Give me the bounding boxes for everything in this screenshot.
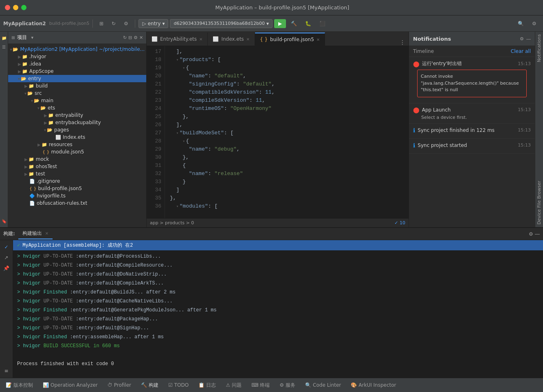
info-icon-2: ℹ	[413, 142, 415, 149]
tree-item-main[interactable]: ▾ 📂 main	[8, 97, 146, 104]
notification-item-4[interactable]: ℹ Sync project started 15:13	[409, 139, 535, 154]
build-output-tab[interactable]: 构建输出 ✕	[18, 228, 53, 239]
code-content[interactable]: ], ▾"products": [ ▾{ "name": "default", …	[165, 46, 409, 218]
tree-item-entry[interactable]: ▾ 📂 entry	[8, 75, 146, 82]
bookmarks-icon[interactable]: 🔖	[0, 217, 8, 225]
tree-toggle-icon[interactable]: ⊞	[11, 35, 15, 40]
status-service[interactable]: ⚙ 服务	[277, 381, 298, 390]
build-scroll-icon[interactable]: ≡	[2, 366, 11, 375]
tree-item-index-ets[interactable]: ⬜ Index.ets	[8, 134, 146, 141]
tree-item-src[interactable]: ▾ 📂 src	[8, 90, 146, 97]
fold-arrow-src: ▾	[24, 91, 26, 96]
notification-item-2[interactable]: ⬤ App Launch 15:13 Select a device first…	[409, 103, 535, 124]
device-file-browser-tab-vertical[interactable]: Device File Browser	[536, 178, 543, 227]
device-dropdown[interactable]: d629034339413535311096ba68d12b00 ▾	[170, 19, 273, 28]
status-terminal[interactable]: ⌨ 终端	[249, 381, 272, 390]
notifications-tab-vertical[interactable]: Notifications	[536, 32, 543, 65]
clear-all-button[interactable]: Clear all	[511, 48, 531, 54]
status-log[interactable]: 📋 日志	[196, 381, 218, 390]
tree-item-test[interactable]: ▶ 📁 test	[8, 170, 146, 177]
tree-item-module-json5[interactable]: { } module.json5	[8, 148, 146, 155]
build-output-tab-close[interactable]: ✕	[45, 231, 48, 236]
tree-item-entryability[interactable]: ▶ 📁 entryability	[8, 112, 146, 119]
status-arkui-inspector[interactable]: 🎨 ArkUI Inspector	[348, 381, 398, 389]
debug-button[interactable]: 🐛	[302, 19, 314, 28]
settings-gear-btn[interactable]: ⚙	[529, 19, 540, 28]
tab-entryability-close[interactable]: ✕	[199, 37, 202, 42]
search-button[interactable]: 🔍	[514, 19, 527, 28]
tree-item-mock[interactable]: ▶ 📁 mock	[8, 155, 146, 163]
profiler-icon: ⏱	[108, 382, 112, 388]
bottom-settings-btn[interactable]: ⚙	[529, 231, 533, 237]
build-line-blank2	[13, 368, 543, 377]
status-build[interactable]: 🔨 构建	[138, 381, 161, 390]
tree-item-entrybackupability[interactable]: ▶ 📁 entrybackupability	[8, 119, 146, 126]
tree-item-resources[interactable]: ▶ 📁 resources	[8, 141, 146, 148]
entrybackupability-folder-icon: 📁	[48, 120, 54, 125]
notifications-settings-btn[interactable]: ⚙	[520, 36, 524, 42]
status-version-control[interactable]: 📝 版本控制	[3, 381, 35, 390]
tab-build-profile[interactable]: { } build-profile.json5 ✕	[255, 33, 325, 46]
tree-item-ohostest[interactable]: ▶ 📁 ohosTest	[8, 163, 146, 170]
tree-item-idea[interactable]: ▶ 📁 .idea	[8, 60, 146, 68]
stop-button[interactable]: ⬛	[316, 19, 329, 28]
build-selected-item[interactable]: ✓ MyApplication [assembleHap]: 成功的 在2	[13, 240, 543, 250]
project-view-btn[interactable]: ⊞	[96, 19, 107, 28]
tab-index[interactable]: ⬜ Index.ets ✕	[208, 33, 255, 46]
maximize-button[interactable]	[21, 5, 26, 10]
tree-item-gitignore[interactable]: 📄 .gitignore	[8, 177, 146, 185]
hvigor-folder-icon: 📁	[22, 54, 28, 59]
project-icon[interactable]: 📁	[0, 34, 8, 42]
code-line-25: },	[170, 113, 409, 121]
structure-icon[interactable]: ☰	[0, 43, 8, 50]
build-pin-icon[interactable]: 📌	[2, 264, 11, 273]
tree-item-build[interactable]: ▶ 📁 build	[8, 82, 146, 90]
status-operation-analyzer[interactable]: 📊 Operation Analyzer	[40, 381, 100, 389]
close-button[interactable]	[5, 5, 10, 10]
tree-item-hvigorfile[interactable]: 🔷 hvigorfile.ts	[8, 192, 146, 199]
status-problems[interactable]: ⚠ 问题	[223, 381, 244, 390]
tab-build-profile-close[interactable]: ✕	[317, 37, 320, 42]
tree-collapse-btn[interactable]: ⊟	[128, 35, 132, 40]
notif-item-1-title: 运行'entry'时出错	[422, 60, 516, 67]
tab-more-button[interactable]: ⋮	[396, 39, 409, 46]
build-button[interactable]: 🔨	[288, 19, 300, 28]
fold-arrow-resources: ▶	[37, 142, 41, 147]
run-button[interactable]: ▶	[274, 19, 286, 28]
tab-build-profile-label: build-profile.json5	[270, 37, 314, 42]
settings-btn[interactable]: ⚙	[121, 19, 132, 28]
tree-item-ets[interactable]: ▾ 📂 ets	[8, 104, 146, 112]
bottom-collapse-btn[interactable]: —	[535, 231, 540, 237]
build-output-content[interactable]: > hvigor UP-TO-DATE :entry:default@Proce…	[13, 250, 543, 378]
tree-dropdown-icon[interactable]: ▾	[31, 35, 33, 40]
tree-settings-btn[interactable]: ⚙	[134, 35, 138, 40]
tree-ohostest-label: ohosTest	[36, 164, 57, 169]
tree-item-build-profile[interactable]: { } build-profile.json5	[8, 185, 146, 192]
build-line-4: > hvigor UP-TO-DATE :entry:default@Compi…	[13, 279, 543, 288]
notification-item-1[interactable]: ⬤ 运行'entry'时出错 15:13 Cannot invoke "java…	[409, 57, 535, 103]
tree-item-root[interactable]: ▾ 📂 MyApplication2 [MyApplication] ~/pro…	[8, 46, 146, 53]
tree-item-pages[interactable]: ▾ 📂 pages	[8, 126, 146, 134]
tree-item-obfuscation[interactable]: 📄 obfuscation-rules.txt	[8, 199, 146, 207]
tree-close-btn[interactable]: ✕	[139, 35, 143, 40]
window-title: MyApplication – build-profile.json5 [MyA…	[26, 4, 538, 11]
notification-item-3[interactable]: ℹ Sync project finished in 122 ms 15:13	[409, 124, 535, 139]
entry-dropdown[interactable]: ▷ entry ▾	[138, 19, 168, 28]
build-line-blank	[13, 350, 543, 359]
build-success-icon[interactable]: ✓	[2, 243, 11, 252]
code-line-32: "name": "release"	[170, 170, 409, 178]
tab-entryability[interactable]: ⬜ EntryAbility.ets ✕	[147, 33, 208, 46]
log-icon: 📋	[198, 382, 204, 388]
device-label: d629034339413535311096ba68d12b00	[174, 21, 265, 26]
tree-item-appscope[interactable]: ▶ 📁 AppScope	[8, 68, 146, 75]
notifications-collapse-btn[interactable]: —	[526, 36, 531, 42]
minimize-button[interactable]	[13, 5, 18, 10]
build-external-link-icon[interactable]: ↗	[2, 253, 11, 262]
status-todo[interactable]: ☑ TODO	[166, 381, 191, 389]
status-code-linter[interactable]: 🔍 Code Linter	[303, 381, 343, 389]
tree-item-hvigor[interactable]: ▶ 📁 .hvigor	[8, 53, 146, 60]
tree-sync-btn[interactable]: ↻	[123, 35, 127, 40]
sync-btn[interactable]: ↻	[108, 19, 119, 28]
tab-index-close[interactable]: ✕	[246, 37, 250, 42]
status-profiler[interactable]: ⏱ Profiler	[105, 381, 134, 389]
